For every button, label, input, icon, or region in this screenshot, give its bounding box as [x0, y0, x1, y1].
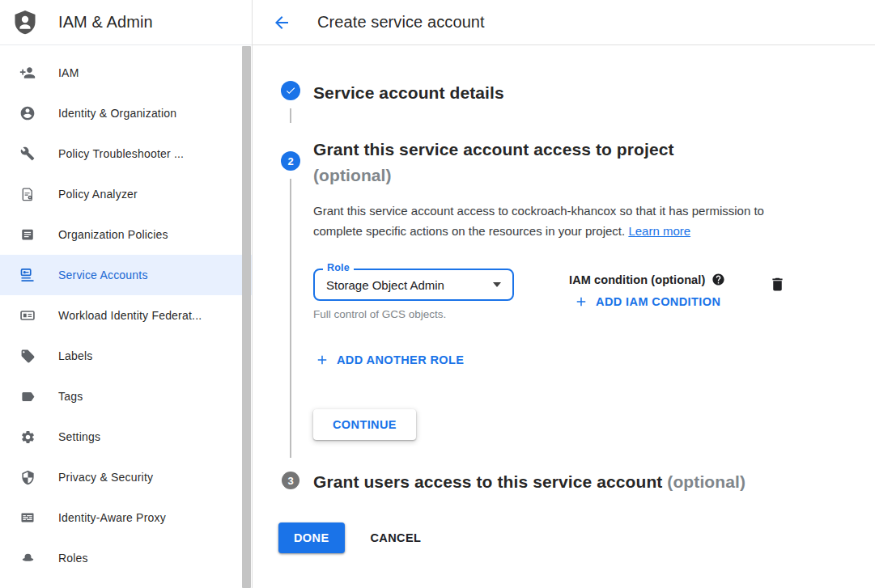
step-3-title: Grant users access to this service accou…: [313, 469, 856, 495]
check-circle-icon: [281, 81, 300, 100]
step-1-title: Service account details: [313, 80, 856, 106]
sidebar-item-label: Workload Identity Federat...: [58, 309, 202, 322]
person-add-icon: [19, 65, 36, 81]
trash-icon: [769, 276, 786, 293]
sidebar-scrollbar[interactable]: [242, 46, 251, 588]
sidebar-item-label: Policy Analyzer: [58, 188, 138, 201]
sidebar-item-label: Tags: [58, 390, 83, 403]
sidebar-item-label: Privacy & Security: [58, 471, 153, 484]
sidebar-item-iam[interactable]: IAM: [0, 53, 252, 93]
sidebar-item-identity-organization[interactable]: Identity & Organization: [0, 93, 252, 133]
sidebar-item-workload-identity-federation[interactable]: Workload Identity Federat...: [0, 295, 252, 336]
sidebar-item-settings[interactable]: Settings: [0, 417, 252, 457]
help-icon: [711, 273, 725, 286]
policy-analyzer-icon: [19, 186, 36, 202]
page-header: Create service account: [253, 0, 875, 45]
iam-admin-app: IAM & Admin IAM Identity & Organization: [0, 0, 875, 588]
step-2-description: Grant this service account access to coc…: [313, 201, 792, 241]
dropdown-arrow-icon: [493, 282, 501, 287]
step-3-grant-users-access: 3 Grant users access to this service acc…: [281, 469, 856, 495]
back-arrow-icon: [272, 13, 291, 32]
sidebar-header: IAM & Admin: [0, 0, 252, 45]
role-helper-text: Full control of GCS objects.: [313, 308, 514, 320]
sidebar-item-label: Service Accounts: [58, 269, 148, 281]
add-iam-condition-button[interactable]: ADD IAM CONDITION: [574, 294, 720, 309]
step-2-title: Grant this service account access to pro…: [313, 137, 856, 188]
main-panel: Create service account Service account d…: [253, 0, 875, 588]
tag-arrow-icon: [19, 388, 36, 404]
sidebar-item-label: Identity-Aware Proxy: [58, 511, 166, 524]
label-tag-icon: [19, 348, 36, 364]
proxy-layers-icon: [19, 510, 36, 526]
sidebar-item-privacy-security[interactable]: Privacy & Security: [0, 457, 252, 497]
add-another-role-button[interactable]: ADD ANOTHER ROLE: [315, 353, 464, 367]
sidebar-item-label: Policy Troubleshooter ...: [58, 147, 184, 160]
iam-admin-shield-logo-icon: [11, 7, 39, 38]
wrench-icon: [19, 146, 36, 162]
cancel-button[interactable]: CANCEL: [371, 531, 422, 544]
done-button[interactable]: DONE: [278, 522, 345, 553]
sidebar-item-policy-analyzer[interactable]: Policy Analyzer: [0, 174, 252, 214]
step-1-rail: [281, 80, 300, 137]
sidebar: IAM & Admin IAM Identity & Organization: [0, 0, 253, 588]
key-card-icon: [19, 267, 36, 283]
sidebar-item-identity-aware-proxy[interactable]: Identity-Aware Proxy: [0, 497, 252, 538]
step-3-number-badge: 3: [282, 472, 299, 489]
gear-icon: [19, 429, 36, 445]
back-button[interactable]: [272, 13, 291, 32]
sidebar-item-label: Labels: [58, 349, 92, 362]
delete-role-button[interactable]: [769, 276, 786, 293]
step-connector-line: [290, 108, 291, 123]
iam-condition-block: IAM condition (optional) ADD IAM CONDITI…: [569, 269, 725, 309]
sidebar-item-label: Organization Policies: [58, 228, 168, 241]
id-card-icon: [19, 307, 36, 324]
form-actions: DONE CANCEL: [278, 522, 856, 553]
role-select-label: Role: [323, 262, 354, 273]
sidebar-item-service-accounts[interactable]: Service Accounts: [0, 255, 252, 295]
plus-icon: [574, 294, 588, 309]
help-button[interactable]: [711, 273, 725, 286]
step-connector-line: [290, 179, 291, 458]
account-circle-icon: [19, 105, 36, 121]
shield-half-icon: [19, 469, 36, 485]
sidebar-item-policy-troubleshooter[interactable]: Policy Troubleshooter ...: [0, 133, 252, 174]
product-title: IAM & Admin: [58, 13, 153, 32]
sidebar-item-labels[interactable]: Labels: [0, 336, 252, 376]
step-2-number-badge: 2: [281, 151, 300, 171]
sidebar-item-label: Settings: [58, 430, 100, 443]
role-row: Role Storage Object Admin Full control o…: [313, 269, 856, 320]
step-2-optional-label: (optional): [313, 166, 392, 184]
document-lines-icon: [19, 226, 36, 243]
sidebar-item-organization-policies[interactable]: Organization Policies: [0, 214, 252, 255]
step-3-rail: 3: [281, 469, 300, 495]
continue-button[interactable]: CONTINUE: [313, 409, 416, 440]
iam-condition-label: IAM condition (optional): [569, 273, 705, 286]
role-select-value: Storage Object Admin: [326, 278, 444, 292]
learn-more-link[interactable]: Learn more: [628, 224, 690, 238]
step-3-optional-label: (optional): [667, 472, 745, 491]
sidebar-nav: IAM Identity & Organization Policy Troub…: [0, 45, 252, 578]
step-1-service-account-details: Service account details: [281, 80, 856, 137]
role-select[interactable]: Role Storage Object Admin: [313, 269, 514, 301]
sidebar-item-label: Identity & Organization: [58, 107, 176, 120]
sidebar-item-label: Roles: [58, 552, 88, 565]
sidebar-item-roles[interactable]: Roles: [0, 538, 252, 578]
sidebar-item-label: IAM: [58, 66, 79, 79]
step-2-rail: 2: [281, 137, 300, 463]
page-title: Create service account: [317, 13, 485, 32]
create-service-account-form: Service account details 2 Grant this ser…: [253, 45, 875, 588]
step-2-grant-access: 2 Grant this service account access to p…: [281, 137, 856, 463]
sidebar-item-tags[interactable]: Tags: [0, 376, 252, 417]
plus-icon: [315, 353, 329, 367]
bowler-hat-icon: [19, 550, 36, 566]
